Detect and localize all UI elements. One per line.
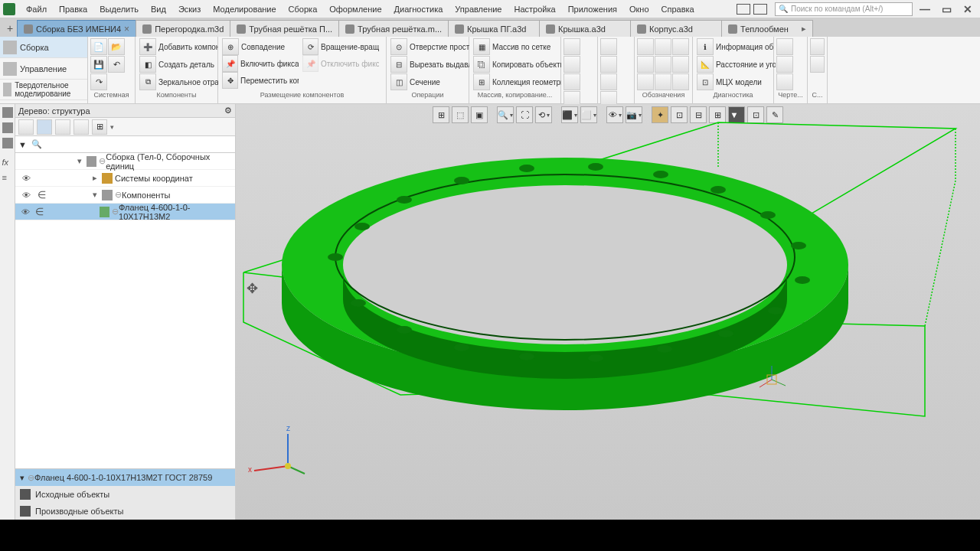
dim-icon-2[interactable] — [600, 56, 617, 73]
rotate-button[interactable]: ⟳Вращение-вращение — [301, 38, 381, 55]
view-triad[interactable]: z x — [245, 420, 306, 481]
menu-format[interactable]: Оформление — [323, 2, 387, 16]
prop-derived[interactable]: Производные объекты — [15, 503, 235, 520]
prop-source[interactable]: Исходные объекты — [15, 486, 235, 503]
dim-icon-3[interactable] — [600, 73, 617, 90]
filter-icon[interactable]: ▼ — [18, 140, 27, 149]
undo-icon[interactable]: ↶ — [108, 56, 125, 73]
redo-icon[interactable]: ↷ — [90, 73, 107, 90]
prop-header[interactable]: ▾ ⊖Фланец 4-600-1-0-10Х17Н13М2Т ГОСТ 287… — [15, 469, 235, 486]
menu-diagnostics[interactable]: Диагностика — [388, 2, 449, 16]
sidebar-icon-4[interactable]: fx — [2, 158, 13, 168]
tab-teploobmen[interactable]: Теплообмен▸ — [721, 20, 813, 37]
new-icon[interactable]: 📄 — [90, 38, 107, 55]
mode-solid[interactable]: Твердотельное моделирование — [0, 80, 87, 100]
sidebar-icon-5[interactable]: ≡ — [2, 173, 13, 184]
annot-9[interactable] — [672, 73, 689, 90]
visibility-toggle[interactable] — [18, 174, 34, 183]
annot-2[interactable] — [655, 38, 671, 55]
annot-1[interactable] — [637, 38, 654, 55]
tree-search-icon[interactable]: 🔍 — [31, 139, 42, 149]
geom-collection-button[interactable]: ⊞Коллекция геометрии — [472, 73, 563, 90]
include-toggle[interactable] — [34, 189, 49, 201]
draw-2[interactable] — [776, 56, 793, 73]
c-1[interactable] — [810, 38, 825, 55]
pattern-button[interactable]: ▦Массив по сетке — [472, 38, 563, 55]
annot-8[interactable] — [655, 73, 671, 90]
window-minimize[interactable]: — — [916, 0, 934, 18]
cut-button[interactable]: ⊟Вырезать выдавливанием — [389, 56, 471, 73]
tab-korpus[interactable]: Корпус.a3d — [630, 20, 722, 37]
window-layout-2[interactable] — [753, 4, 767, 15]
menu-apps[interactable]: Приложения — [562, 2, 623, 16]
coincide-button[interactable]: ⊕Совпадение — [220, 38, 300, 55]
menu-sketch[interactable]: Эскиз — [172, 2, 207, 16]
tree-coord[interactable]: ▸ Системы координат — [15, 170, 235, 187]
new-tab-button[interactable]: + — [3, 20, 17, 37]
menu-assembly[interactable]: Сборка — [283, 2, 324, 16]
info-button[interactable]: ℹИнформация об объекте — [695, 38, 777, 55]
draw-3[interactable] — [776, 73, 793, 90]
tab-trubnaya1[interactable]: Трубная решётка П... — [230, 20, 339, 37]
draw-1[interactable] — [776, 38, 793, 55]
tab-trubnaya2[interactable]: Трубная решётка.m... — [338, 20, 449, 37]
window-layout-1[interactable] — [737, 4, 750, 15]
tab-peregorodka[interactable]: Перегородка.m3d — [136, 20, 230, 37]
menu-help[interactable]: Справка — [655, 2, 701, 16]
dim-icon-1[interactable] — [600, 38, 617, 55]
hole-button[interactable]: ⊙Отверстие простое — [389, 38, 471, 55]
open-icon[interactable]: 📂 — [108, 38, 125, 55]
c-2[interactable] — [810, 56, 825, 73]
window-maximize[interactable]: ▭ — [937, 0, 956, 18]
mode-assembly[interactable]: Сборка — [0, 37, 87, 58]
menu-modeling[interactable]: Моделирование — [207, 2, 282, 16]
section-button[interactable]: ◫Сечение — [389, 73, 471, 90]
move-button[interactable]: ✥Переместить компонент — [220, 72, 300, 89]
create-part-button[interactable]: ◧Создать деталь — [138, 56, 220, 73]
mcx-button[interactable]: ⊡МЦХ модели — [695, 73, 777, 90]
menu-edit[interactable]: Правка — [53, 2, 93, 16]
add-component-button[interactable]: ➕Добавить компонент из... — [138, 38, 220, 55]
aux-icon-3[interactable] — [564, 73, 580, 90]
window-close[interactable]: ✕ — [959, 0, 977, 18]
tree-settings-icon[interactable]: ⚙ — [224, 106, 232, 116]
sidebar-icon-1[interactable] — [2, 107, 13, 118]
menu-view[interactable]: Вид — [145, 2, 172, 16]
tree-tool-1[interactable] — [18, 119, 34, 135]
annot-3[interactable] — [672, 38, 689, 55]
3d-viewport[interactable]: ⊞ ⬚ ▣ 🔍 ⛶ ⟲ ⬛ ⬜ 👁 📷 ✦ ⊡ ⊟ ⊞ ▼ ⊡ ✎ — [236, 104, 980, 520]
annot-4[interactable] — [637, 56, 654, 73]
copy-button[interactable]: ⿻Копировать объекты — [472, 56, 563, 73]
tab-kryshka[interactable]: Крышка.a3d — [539, 20, 631, 37]
visibility-toggle[interactable] — [18, 191, 34, 200]
menu-window[interactable]: Окно — [623, 2, 655, 16]
mode-manage[interactable]: Управление — [0, 58, 87, 80]
save-icon[interactable]: 💾 — [90, 56, 107, 73]
aux-icon-1[interactable] — [564, 38, 580, 55]
menu-file[interactable]: Файл — [20, 2, 53, 16]
tab-kryshka-pg[interactable]: Крышка ПГ.a3d — [448, 20, 540, 37]
aux-icon-2[interactable] — [564, 56, 580, 73]
fix-off-button[interactable]: 📌Отключить фиксацию — [301, 55, 381, 72]
tree-tool-3[interactable] — [55, 119, 70, 135]
tree-tool-4[interactable] — [74, 119, 89, 135]
annot-6[interactable] — [672, 56, 689, 73]
tree-components[interactable]: ▾ ⊖Компоненты — [15, 187, 235, 204]
tab-close[interactable]: × — [124, 24, 129, 34]
annot-7[interactable] — [637, 73, 654, 90]
tree-tool-5[interactable]: ⊞ — [92, 119, 107, 135]
include-toggle[interactable] — [32, 206, 46, 217]
annot-5[interactable] — [655, 56, 671, 73]
tree-flange[interactable]: ⊖Фланец 4-600-1-0-10Х17Н13М2 — [15, 204, 235, 220]
command-search[interactable]: 🔍Поиск по командам (Alt+/) — [775, 2, 913, 16]
visibility-toggle[interactable] — [18, 207, 32, 217]
tab-assembly[interactable]: Сборка БЕЗ ИМЕНИ4× — [17, 20, 136, 37]
menu-settings[interactable]: Настройка — [508, 2, 561, 16]
mirror-button[interactable]: ⧉Зеркальное отражение ко... — [138, 73, 220, 90]
sidebar-icon-3[interactable] — [2, 138, 13, 148]
menu-manage[interactable]: Управление — [449, 2, 508, 16]
sidebar-icon-2[interactable] — [2, 122, 13, 133]
tree-root[interactable]: ▾ ⊖Сборка (Тел-0, Сборочных единиц — [15, 153, 235, 170]
distance-button[interactable]: 📐Расстояние и угол — [695, 56, 777, 73]
tree-tool-2[interactable] — [37, 119, 52, 135]
